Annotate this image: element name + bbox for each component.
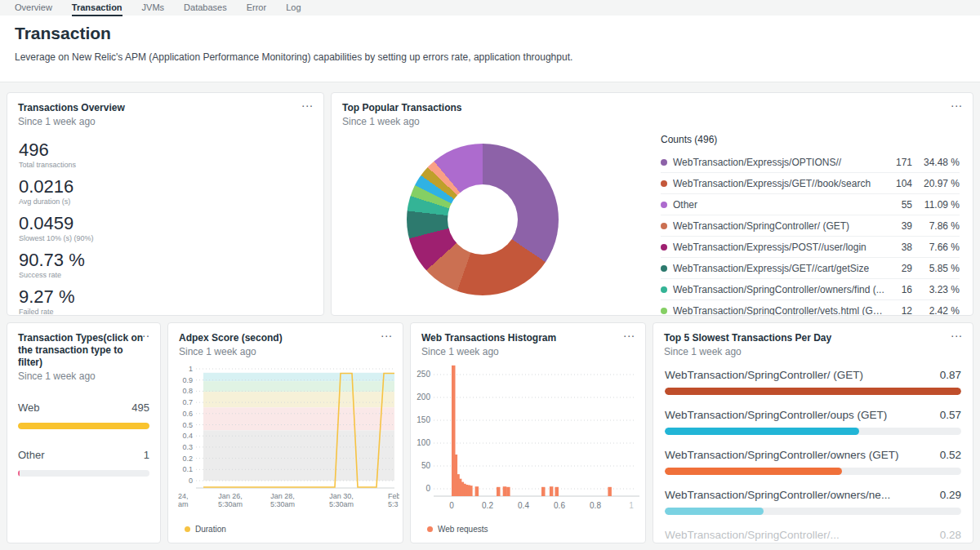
legend-count: 16 [884, 284, 912, 295]
svg-text:5:30am: 5:30am [218, 500, 243, 508]
svg-text:0.1: 0.1 [182, 465, 193, 473]
transaction-bar-fill [665, 468, 842, 475]
metric: 90.73 % Success rate [19, 250, 312, 279]
legend-row[interactable]: WebTransaction/Expressjs/GET//cart/getSi… [661, 258, 960, 279]
legend-row[interactable]: WebTransaction/SpringController/vets.htm… [661, 300, 960, 316]
svg-text:Jan 30,: Jan 30, [329, 492, 354, 500]
legend-percent: 2.42 % [912, 305, 960, 317]
tab-bar: OverviewTransactionJVMsDatabasesErrorLog [0, 0, 980, 16]
slow-transaction-row[interactable]: WebTransaction/SpringController/oups (GE… [665, 409, 961, 449]
legend-percent: 34.48 % [912, 157, 960, 168]
svg-text:50: 50 [421, 461, 431, 470]
legend-count: 29 [884, 263, 912, 274]
legend-row[interactable]: WebTransaction/SpringController/ (GET) 3… [661, 215, 960, 237]
panel-adpex-score: Adpex Score (second) Since 1 week ago ..… [167, 322, 403, 543]
legend-count: 39 [884, 220, 912, 232]
slow-transaction-row[interactable]: WebTransaction/SpringController/ (GET) 0… [665, 369, 961, 409]
svg-text:Jan 28,: Jan 28, [270, 492, 295, 500]
legend-percent: 5.85 % [912, 263, 960, 274]
adpex-line-chart[interactable]: 10.90.80.70.60.50.40.30.20.1024,amJan 26… [173, 362, 399, 513]
legend-label: Duration [195, 525, 226, 534]
adpex-legend[interactable]: Duration [185, 525, 226, 534]
transaction-value: 0.52 [940, 449, 961, 461]
tab-log[interactable]: Log [286, 2, 301, 15]
panel-menu-icon[interactable]: ... [138, 326, 150, 339]
panel-subtitle: Since 1 week ago [18, 116, 313, 127]
legend-row[interactable]: WebTransaction/Expressjs/GET//book/searc… [661, 173, 960, 194]
tab-jvms[interactable]: JVMs [142, 2, 165, 15]
metric-label: Total transactions [19, 161, 312, 169]
svg-text:0: 0 [449, 501, 454, 510]
transaction-label: WebTransaction/SpringController/owners (… [665, 449, 899, 461]
transaction-bar-fill [665, 508, 764, 515]
legend-row[interactable]: WebTransaction/Expressjs/POST//user/logi… [661, 237, 960, 258]
svg-text:0.9: 0.9 [182, 376, 193, 384]
svg-text:5:30am: 5:30am [329, 500, 354, 508]
legend-color-dot [661, 265, 667, 272]
svg-text:0.6: 0.6 [182, 410, 193, 418]
legend-count: 12 [884, 305, 912, 317]
legend-label: WebTransaction/SpringController/vets.htm… [673, 305, 884, 317]
transaction-type-row[interactable]: Web 495 [7, 401, 160, 429]
transaction-value: 0.87 [940, 369, 961, 381]
type-label: Web [18, 401, 40, 414]
slow-transaction-row[interactable]: WebTransaction/SpringController/owners/n… [665, 489, 961, 529]
transaction-label: WebTransaction/SpringController/... [665, 529, 840, 541]
svg-text:5:30am: 5:30am [270, 500, 295, 508]
panel-title: Top Popular Transactions [342, 102, 962, 114]
tab-transaction[interactable]: Transaction [72, 2, 122, 16]
legend-row[interactable]: WebTransaction/Expressjs/OPTIONS// 171 3… [661, 152, 960, 173]
metric-label: Avg duration (s) [19, 197, 312, 206]
type-value: 1 [144, 449, 149, 461]
transaction-bar-fill [665, 428, 859, 435]
metric-value: 496 [19, 140, 312, 160]
legend-label: WebTransaction/Expressjs/GET//cart/getSi… [673, 263, 884, 274]
panel-top5-slowest: Top 5 Slowest Transactions Per Day Since… [653, 322, 973, 543]
panel-menu-icon[interactable]: ... [301, 96, 314, 109]
metric-value: 9.27 % [19, 286, 312, 307]
type-value: 495 [131, 401, 149, 414]
metric: 9.27 % Failed rate [19, 286, 312, 316]
svg-text:0.8: 0.8 [590, 501, 601, 510]
histogram-legend[interactable]: Web requests [427, 525, 488, 534]
transaction-bar-track [665, 388, 961, 395]
legend-color-dot [661, 159, 667, 166]
panel-transactions-overview: Transactions Overview Since 1 week ago .… [7, 92, 324, 316]
legend-color-dot [661, 244, 667, 251]
tab-databases[interactable]: Databases [184, 2, 227, 15]
transaction-type-row[interactable]: Other 1 [7, 449, 160, 477]
svg-text:am: am [178, 500, 189, 508]
metric: 0.0459 Slowest 10% (s) (90%) [19, 213, 312, 242]
type-label: Other [18, 449, 45, 461]
svg-text:1: 1 [189, 365, 193, 373]
legend-label: WebTransaction/SpringController/owners/f… [673, 284, 884, 295]
legend-row[interactable]: WebTransaction/SpringController/owners/f… [661, 279, 960, 300]
metric-value: 0.0216 [19, 176, 312, 197]
donut-legend: Counts (496) WebTransaction/Expressjs/OP… [661, 134, 960, 316]
legend-color-dot [661, 180, 667, 187]
panel-menu-icon[interactable]: ... [951, 326, 963, 339]
donut-chart[interactable] [407, 144, 559, 295]
svg-text:0.2: 0.2 [482, 501, 493, 510]
slow-transaction-row[interactable]: WebTransaction/SpringController/owners (… [665, 449, 961, 489]
slow-transaction-row[interactable]: WebTransaction/SpringController/... 0.28 [665, 529, 961, 543]
histogram-chart[interactable]: 25020015010050000.20.40.60.81 [416, 362, 642, 513]
legend-label: WebTransaction/Expressjs/OPTIONS// [673, 157, 884, 168]
panel-subtitle: Since 1 week ago [421, 346, 635, 357]
metrics-list: 496 Total transactions0.0216 Avg duratio… [7, 127, 323, 316]
transaction-value: 0.29 [940, 489, 961, 501]
tab-overview[interactable]: Overview [15, 2, 52, 15]
panel-title: Transaction Types(click on the transacti… [18, 332, 149, 369]
svg-text:Jan 26,: Jan 26, [218, 492, 243, 500]
svg-text:0.8: 0.8 [182, 387, 193, 395]
tab-error[interactable]: Error [247, 2, 266, 15]
panel-menu-icon[interactable]: ... [951, 96, 963, 109]
legend-row[interactable]: Other 55 11.09 % [661, 194, 960, 215]
panel-menu-icon[interactable]: ... [623, 326, 635, 339]
svg-text:Feb: Feb [388, 492, 399, 500]
svg-text:0.3: 0.3 [182, 443, 193, 451]
legend-label: Other [673, 199, 884, 211]
transaction-bar-fill [665, 388, 961, 395]
panel-menu-icon[interactable]: ... [381, 326, 393, 339]
legend-label: WebTransaction/SpringController/ (GET) [673, 220, 884, 232]
